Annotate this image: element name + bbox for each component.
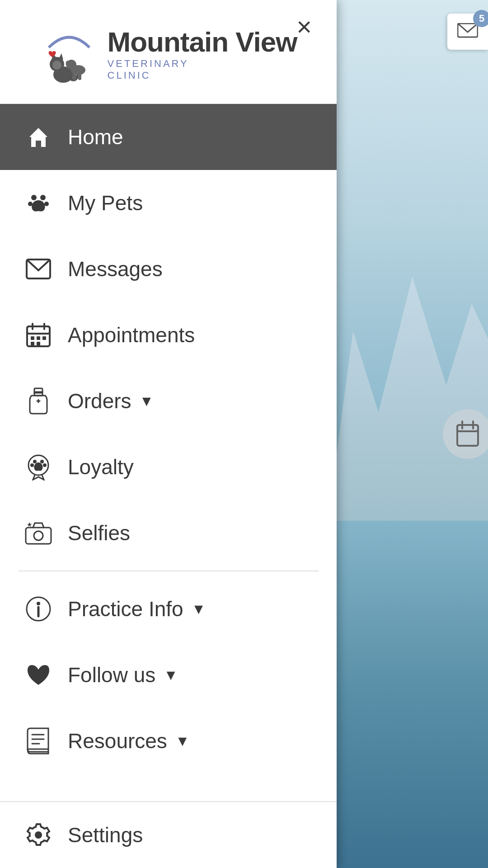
svg-point-15: [31, 195, 37, 200]
nav-item-appointments[interactable]: Appointments: [0, 302, 337, 368]
home-label: Home: [68, 125, 123, 149]
loyalty-icon: [23, 451, 54, 483]
loyalty-label: Loyalty: [68, 455, 134, 479]
follow-us-label: Follow us: [68, 663, 155, 687]
svg-rect-21: [27, 326, 50, 334]
info-icon: [23, 593, 54, 625]
practice-info-label: Practice Info: [68, 597, 183, 621]
messages-label: Messages: [68, 257, 163, 281]
orders-arrow: ▼: [140, 393, 154, 410]
book-icon: [23, 725, 54, 757]
bottle-icon: [23, 385, 54, 417]
svg-rect-38: [26, 528, 51, 544]
svg-point-39: [34, 531, 43, 540]
svg-rect-1: [457, 425, 478, 446]
nav-divider: [18, 571, 319, 571]
message-badge: 5: [473, 10, 488, 27]
orders-label: Orders: [68, 389, 131, 413]
svg-rect-26: [42, 336, 46, 340]
clinic-name: Mountain View: [108, 27, 297, 57]
nav-item-my-pets[interactable]: My Pets: [0, 170, 337, 236]
svg-rect-13: [73, 74, 76, 80]
svg-point-16: [40, 195, 46, 200]
follow-us-arrow: ▼: [164, 667, 178, 684]
navigation-drawer: ×: [0, 0, 337, 868]
nav-item-practice-info[interactable]: Practice Info ▼: [0, 576, 337, 642]
svg-rect-30: [34, 392, 42, 396]
envelope-icon: [23, 253, 54, 285]
selfies-label: Selfies: [68, 521, 130, 545]
svg-rect-2: [457, 425, 478, 431]
svg-text:★: ★: [27, 521, 33, 528]
floating-round-icon: [443, 409, 488, 459]
svg-point-35: [40, 460, 44, 463]
svg-rect-28: [37, 342, 40, 345]
svg-point-34: [33, 460, 37, 463]
svg-point-18: [44, 202, 49, 206]
resources-arrow: ▼: [175, 733, 190, 750]
svg-point-36: [30, 463, 34, 467]
settings-label: Settings: [68, 823, 143, 847]
nav-item-loyalty[interactable]: Loyalty: [0, 434, 337, 500]
heart-icon: [23, 659, 54, 691]
my-pets-label: My Pets: [68, 191, 143, 215]
practice-info-arrow: ▼: [192, 601, 206, 618]
svg-rect-25: [37, 336, 40, 340]
paw-icon: [23, 187, 54, 219]
message-corner-icon[interactable]: 5: [447, 14, 488, 50]
resources-label: Resources: [68, 729, 167, 753]
clinic-type: VETERINARY CLINIC: [108, 58, 297, 81]
logo-text: Mountain View VETERINARY CLINIC: [108, 27, 297, 81]
settings-bar[interactable]: Settings: [0, 801, 337, 868]
nav-item-messages[interactable]: Messages: [0, 236, 337, 302]
nav-item-resources[interactable]: Resources ▼: [0, 708, 337, 774]
nav-item-home[interactable]: Home: [0, 104, 337, 170]
svg-point-17: [28, 202, 33, 206]
nav-list: Home My Pets Me: [0, 104, 337, 801]
nav-item-orders[interactable]: Orders ▼: [0, 368, 337, 434]
svg-point-42: [37, 602, 40, 605]
camera-icon: ★: [23, 517, 54, 549]
svg-rect-27: [31, 342, 34, 345]
svg-point-37: [43, 463, 47, 467]
appointments-label: Appointments: [68, 323, 195, 347]
logo-area: Mountain View VETERINARY CLINIC: [0, 0, 337, 104]
svg-marker-8: [59, 53, 63, 60]
nav-item-selfies[interactable]: ★ Selfies: [0, 500, 337, 566]
nav-item-follow-us[interactable]: Follow us ▼: [0, 642, 337, 708]
gear-icon: [23, 819, 54, 851]
mountain-bg: [337, 250, 488, 521]
svg-rect-14: [78, 74, 81, 80]
water-bg: [337, 521, 488, 868]
svg-point-9: [52, 61, 61, 70]
close-button[interactable]: ×: [296, 14, 312, 40]
clinic-logo-icon: [40, 25, 99, 84]
home-icon: [23, 121, 54, 153]
svg-rect-24: [31, 336, 34, 340]
calendar-icon: [23, 319, 54, 351]
